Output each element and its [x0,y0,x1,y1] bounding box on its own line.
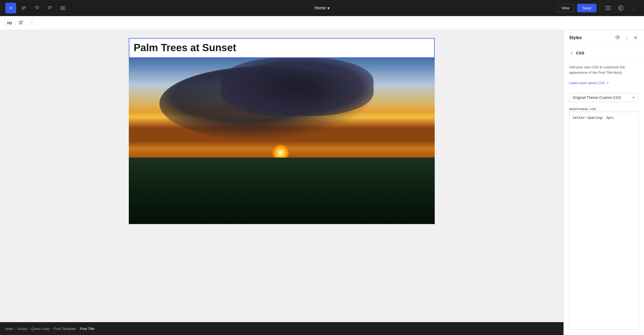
hamburger-button[interactable] [58,3,68,13]
breadcrumb-sep-1: › [14,327,16,330]
cloud-dark2 [221,58,374,116]
breadcrumb-item-query-loop[interactable]: Query Loop [31,327,49,331]
css-dropdown-section: Original Theme Custom CSS [564,90,644,105]
styles-header-icons: ⋮ ✕ [614,34,639,42]
home-dropdown-button[interactable]: Home ▾ [312,4,332,12]
view-button[interactable]: View [557,4,574,12]
css-section-title: CSS [576,51,584,55]
theme-button[interactable] [616,3,626,13]
main-layout: Palm Trees at Sunset plate › Group [0,30,644,335]
block-align-button[interactable] [17,19,25,27]
breadcrumb-sep-4: › [77,327,78,330]
add-block-button[interactable]: + [5,3,16,13]
styles-panel-title: Styles [569,35,582,40]
editor-content: Palm Trees at Sunset [129,38,435,224]
post-image-block [129,58,435,224]
breadcrumb-bar: plate › Group › Query Loop › Post Templa… [0,322,564,335]
svg-rect-0 [606,6,608,10]
styles-panel-header: Styles ⋮ ✕ [564,30,644,46]
post-image-placeholder [129,58,435,224]
css-editor[interactable] [569,112,639,330]
css-back-button[interactable]: ‹ [569,50,574,56]
undo-button[interactable] [32,3,42,13]
styles-eye-button[interactable] [614,34,621,41]
layout-button[interactable] [603,3,613,13]
breadcrumb-sep-3: › [51,327,52,330]
dropdown-arrow: ▾ [327,6,330,11]
top-toolbar: + Home ▾ V [0,0,644,16]
editor-area: Palm Trees at Sunset plate › Group [0,30,564,335]
css-description-text: Add your own CSS to customize the appear… [569,65,625,75]
styles-more-button[interactable]: ⋮ [623,34,630,42]
svg-point-3 [617,37,619,38]
css-section-header: ‹ CSS [564,46,644,60]
block-type-button[interactable]: H3 [4,20,15,27]
toolbar-separator [600,4,600,12]
breadcrumb-item-post-title[interactable]: Post Title [80,327,94,331]
breadcrumb-sep-2: › [28,327,30,330]
tree-silhouettes [129,158,435,224]
styles-panel: Styles ⋮ ✕ ‹ CSS Add your own CSS to cus… [564,30,644,335]
breadcrumb-item-post-template[interactable]: Post Template [54,327,76,331]
save-button[interactable]: Save [577,4,597,12]
tools-button[interactable] [19,3,29,13]
styles-close-button[interactable]: ✕ [632,34,639,42]
post-title-text: Palm Trees at Sunset [134,42,430,54]
toolbar-center: Home ▾ [312,4,332,12]
toolbar-right: View Save ⋮ [557,3,639,13]
additional-css-label: ADDITIONAL CSS [564,105,644,112]
more-options-button[interactable]: ⋮ [629,3,639,13]
breadcrumb-item-group[interactable]: Group [17,327,27,331]
post-title-block[interactable]: Palm Trees at Sunset [129,38,435,58]
home-label: Home [314,6,326,10]
breadcrumb-item-plate[interactable]: plate [5,327,13,331]
css-description: Add your own CSS to customize the appear… [564,60,644,90]
css-learn-more-link[interactable]: Learn more about CSS ↗ [569,81,609,85]
block-toolbar: H3 ⋮ [0,16,644,30]
svg-rect-1 [608,6,610,10]
block-more-options-button[interactable]: ⋮ [27,18,36,28]
redo-button[interactable] [45,3,55,13]
css-dropdown[interactable]: Original Theme Custom CSS [569,93,639,102]
toolbar-left: + [5,3,68,13]
